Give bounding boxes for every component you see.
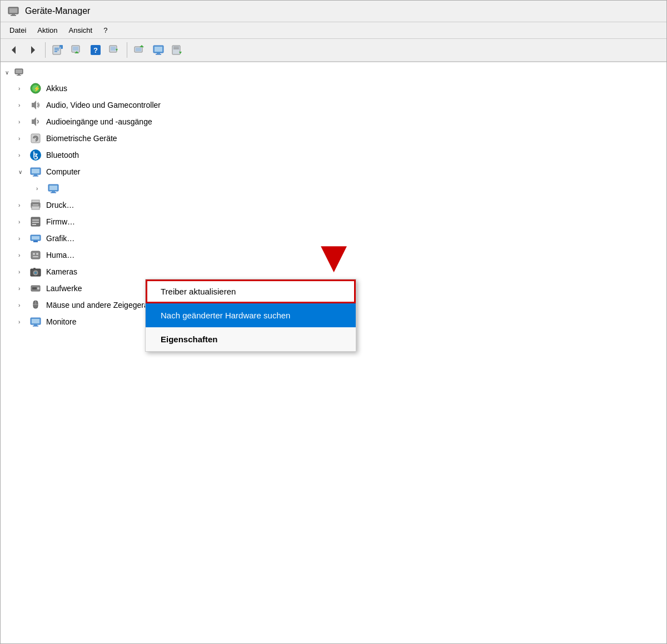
audioeingaenge-chevron: › [18,119,25,125]
audioeingaenge-label: Audioeingänge und -ausgänge [46,117,152,126]
monitor-icon2 [29,316,42,328]
huma-label: Huma… [46,251,74,259]
svg-rect-79 [33,326,38,327]
context-menu-item-nach-hardware[interactable]: Nach geänderter Hardware suchen [146,303,356,327]
svg-rect-57 [32,222,39,223]
menu-hilfe[interactable]: ? [99,24,112,36]
svg-rect-40 [31,134,40,143]
svg-rect-78 [34,325,37,326]
graphics-icon [29,232,42,244]
audio-chevron: › [18,102,25,108]
menu-aktion[interactable]: Aktion [33,24,62,36]
svg-rect-45 [34,174,37,176]
back-arrow-icon [8,44,20,56]
firmware-icon [29,216,42,228]
audio-io-icon [29,116,42,128]
svg-rect-71 [32,287,37,289]
camera-icon [29,266,42,278]
toolbar-help-button[interactable]: ? [87,41,104,59]
biometric-icon [29,132,42,144]
tree-item-drucker[interactable]: › Druck… [1,197,666,213]
help-icon: ? [89,44,102,56]
monitore-label: Monitore [46,317,76,326]
hid-icon [29,249,42,261]
audio-icon [29,99,42,111]
context-menu-box: Treiber aktualisieren Nach geänderter Ha… [145,279,356,352]
huma-chevron: › [18,252,25,258]
tree-item-audio[interactable]: › Audio, Video und Gamecontroller [1,97,666,113]
bluetooth-label: Bluetooth [46,151,79,159]
root-computer-icon [14,66,26,78]
svg-rect-48 [49,186,57,190]
tree-root-item[interactable]: ∨ [1,64,666,80]
toolbar-monitor-button[interactable] [150,41,167,59]
computer-chevron: ∨ [18,169,25,175]
svg-rect-77 [32,319,39,323]
svg-text:?: ? [93,46,98,54]
tree-item-computer[interactable]: ∨ Computer [1,163,666,180]
tree-item-biometrisch[interactable]: › Biometrische Geräte [1,130,666,147]
tree-item-audioeingaenge[interactable]: › Audioeingänge und -ausgänge [1,113,666,130]
kameras-label: Kameras [46,267,77,276]
firmware-chevron: › [18,219,25,225]
svg-point-72 [37,287,39,289]
printer-icon [29,199,42,211]
drucker-chevron: › [18,202,25,208]
svg-marker-4 [12,46,16,54]
toolbar-update-driver-button[interactable] [68,41,86,59]
forward-arrow-icon [27,44,39,56]
forward-button[interactable] [24,41,42,59]
svg-rect-26 [156,54,161,55]
toolbar-enable-button[interactable] [106,41,123,59]
tree-item-bluetooth[interactable]: › ɮ Bluetooth [1,147,666,163]
tree-item-akkus[interactable]: › ⚡ Akkus [1,80,666,97]
svg-rect-29 [173,48,179,49]
toolbar-device-properties-button[interactable]: i [49,41,67,59]
menu-ansicht[interactable]: Ansicht [64,24,97,36]
svg-rect-25 [157,53,160,54]
svg-rect-60 [32,236,39,239]
svg-text:⚡: ⚡ [33,85,41,92]
context-menu-item-treiber-aktualisieren[interactable]: Treiber aktualisieren [146,279,356,303]
svg-rect-2 [12,14,15,15]
menu-datei[interactable]: Datei [5,24,31,36]
svg-rect-7 [54,48,59,49]
computer-sub-chevron: › [36,186,43,192]
context-menu-item-eigenschaften[interactable]: Eigenschaften [146,327,356,351]
svg-rect-32 [16,69,22,73]
scan-hardware-icon [133,44,146,56]
svg-rect-46 [33,176,38,177]
svg-rect-24 [155,47,162,52]
svg-marker-5 [31,46,35,54]
svg-rect-1 [9,8,17,13]
svg-rect-18 [111,47,116,51]
app-icon [7,5,19,17]
back-button[interactable] [5,41,23,59]
tree-item-computer-sub[interactable]: › [1,180,666,197]
svg-point-64 [36,253,38,255]
monitore-chevron: › [18,319,25,325]
svg-rect-56 [32,219,39,221]
svg-point-63 [33,253,35,255]
main-content: ∨ › ⚡ Akkus › [1,62,666,618]
window-title: Geräte-Manager [25,6,90,16]
audio-label: Audio, Video und Gamecontroller [46,101,161,109]
biometrisch-chevron: › [18,136,25,142]
svg-marker-22 [140,45,144,47]
kameras-chevron: › [18,269,25,275]
maeuse-chevron: › [18,302,25,308]
computer-icon [29,166,42,178]
laufwerke-label: Laufwerke [46,284,82,293]
tree-item-firmware[interactable]: › Firmw… [1,213,666,230]
enable-device-icon [108,44,121,56]
monitor-small-icon [47,182,59,194]
svg-rect-51 [32,200,39,203]
svg-point-68 [34,272,37,274]
toolbar-separator-2 [127,42,127,58]
add-driver-icon [171,44,183,56]
firmware-label: Firmw… [46,217,75,226]
toolbar-scan-button[interactable] [131,41,148,59]
computer-label: Computer [46,167,80,176]
toolbar-add-driver-button[interactable] [168,41,186,59]
svg-marker-38 [32,101,36,109]
